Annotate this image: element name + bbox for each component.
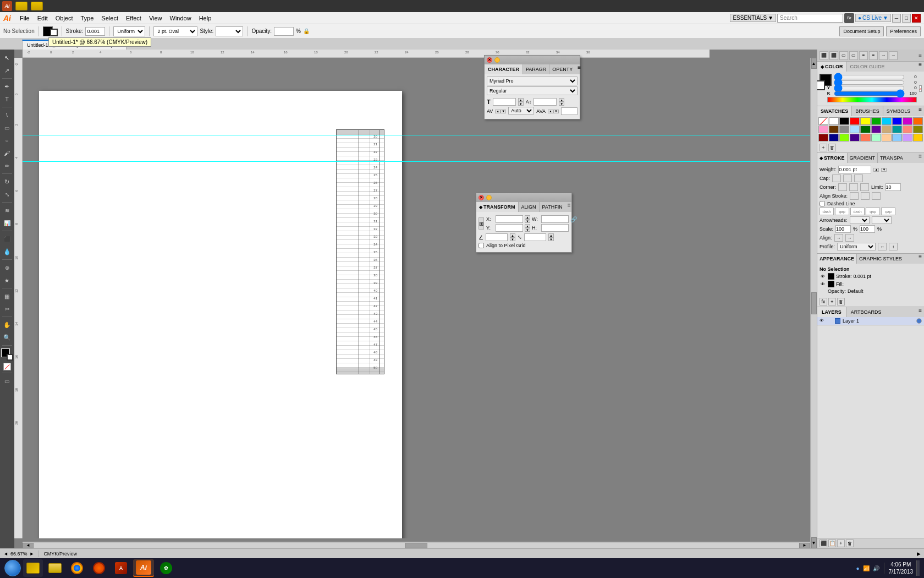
swatch-maroon[interactable] — [818, 134, 828, 141]
align-stroke-btn1[interactable] — [850, 192, 859, 200]
rotate-tool[interactable]: ↻ — [1, 176, 13, 188]
scale2[interactable] — [860, 225, 875, 233]
shear-up[interactable]: ▲ — [548, 233, 554, 237]
swatch-sky[interactable] — [892, 134, 902, 141]
font-size-up[interactable]: ▲ — [518, 98, 524, 102]
kerning-down[interactable]: ▼ — [501, 110, 506, 113]
leading-down[interactable]: ▼ — [559, 102, 564, 106]
swatch-salmon[interactable] — [903, 126, 912, 133]
gradient-tab[interactable]: GRADIENT — [848, 153, 878, 163]
arrowhead-end[interactable] — [872, 216, 892, 224]
direct-select-tool[interactable]: ↗ — [1, 64, 13, 77]
tray-icon3[interactable]: 🔊 — [873, 565, 879, 571]
essentials-dropdown[interactable]: ESSENTIALS ▼ — [730, 14, 776, 22]
panel-btn6[interactable]: ≡ — [869, 51, 878, 60]
transform-close-btn[interactable]: ✕ — [479, 195, 484, 200]
menu-item-edit[interactable]: Edit — [34, 14, 51, 23]
brush-tool[interactable]: 🖌 — [1, 147, 13, 159]
fill-color-swatch[interactable] — [1, 348, 13, 361]
horizontal-scrollbar[interactable]: ◄ ► — [23, 542, 810, 548]
new-swatch-btn[interactable]: + — [820, 144, 827, 151]
opacity-input[interactable]: 100 — [274, 27, 294, 36]
profile-select[interactable]: Uniform — [837, 243, 876, 250]
y-down[interactable]: ▼ — [525, 228, 530, 232]
swatch-navy[interactable] — [829, 134, 839, 141]
transform-titlebar[interactable]: ✕ — [476, 193, 571, 202]
swatch-indigo[interactable] — [850, 134, 860, 141]
corner-btn1[interactable] — [838, 183, 847, 191]
layer-row[interactable]: 👁 Layer 1 — [817, 317, 924, 325]
panel-btn3[interactable]: ▭ — [839, 51, 848, 60]
layer-visible-icon[interactable]: 👁 — [820, 318, 825, 324]
swatch-purple[interactable] — [871, 126, 881, 133]
canvas-document[interactable]: 20 21 22 23 24 25 26 27 28 29 30 31 32 3… — [23, 58, 810, 538]
status-arrow-left[interactable]: ◄ — [3, 551, 8, 557]
x-input[interactable]: 0 in — [496, 215, 523, 223]
angle-down[interactable]: ▼ — [510, 237, 515, 241]
fill-swatch-app[interactable] — [828, 281, 834, 287]
add-effect-btn[interactable]: fx — [820, 298, 827, 306]
swatch-lightblue[interactable] — [850, 126, 860, 133]
layer-target[interactable] — [916, 318, 922, 324]
cap-btn1[interactable] — [832, 175, 841, 182]
cap-btn2[interactable] — [843, 175, 852, 182]
swatch-black[interactable] — [839, 117, 849, 125]
corner-btn3[interactable] — [860, 183, 869, 191]
swatch-brown[interactable] — [829, 126, 839, 133]
char-menu[interactable]: ≡ — [575, 64, 583, 74]
panel-menu-btn[interactable]: ≡ — [919, 52, 922, 58]
swatch-cyan[interactable] — [882, 117, 892, 125]
search-input[interactable] — [777, 14, 843, 23]
profile-btn1[interactable]: ↔ — [878, 243, 887, 250]
font-size-down[interactable]: ▼ — [518, 102, 524, 106]
align-tab[interactable]: ALIGN — [519, 202, 540, 212]
panel-btn4[interactable]: ▭ — [849, 51, 858, 60]
swatch-blue[interactable] — [892, 117, 902, 125]
swatch-coral[interactable] — [860, 134, 870, 141]
shear-input[interactable]: 0° — [524, 233, 546, 241]
style-select[interactable] — [216, 26, 243, 36]
window-maximize[interactable]: □ — [902, 14, 911, 23]
gradient-tool[interactable]: ⬛ — [1, 233, 13, 245]
stroke-panel-menu[interactable]: ≡ — [916, 153, 924, 163]
new-art-btn[interactable]: + — [828, 298, 836, 306]
zoom-tool[interactable]: 🔍 — [1, 331, 13, 343]
swatch-gray[interactable] — [839, 126, 849, 133]
bridge-icon[interactable]: Br — [844, 13, 854, 23]
new-layer-btn[interactable]: 📋 — [828, 539, 836, 547]
taskbar-active-ai[interactable]: Ai — [133, 559, 154, 577]
stroke-box[interactable] — [817, 80, 825, 90]
tracking-up[interactable]: ▲ — [548, 110, 553, 113]
weight-down[interactable]: ▼ — [881, 168, 887, 172]
window-close[interactable]: ✕ — [912, 14, 921, 23]
swatch-lime[interactable] — [839, 134, 849, 141]
symbol-tool[interactable]: ★ — [1, 274, 13, 286]
delete-art-btn[interactable]: 🗑 — [837, 298, 845, 306]
arrowhead-start[interactable] — [850, 216, 870, 224]
window-minimize[interactable]: ─ — [892, 14, 901, 23]
cs-live-btn[interactable]: ● CS Live ▼ — [855, 14, 891, 22]
font-style-select[interactable]: Regular — [487, 86, 578, 95]
pencil-tool[interactable]: ✏ — [1, 160, 13, 172]
corner-btn2[interactable] — [849, 183, 858, 191]
menu-item-help[interactable]: Help — [196, 14, 215, 23]
kerning-up[interactable]: ▲ — [495, 110, 501, 113]
angle-input[interactable]: 0° — [486, 233, 508, 241]
line-tool[interactable]: \ — [1, 109, 13, 121]
leading-input[interactable]: 14.4 pt — [534, 98, 557, 106]
swatches-tab[interactable]: SWATCHES — [817, 106, 852, 116]
delete-layer-btn[interactable]: 🗑 — [846, 539, 854, 547]
shear-down[interactable]: ▼ — [548, 237, 554, 241]
start-button[interactable] — [4, 560, 21, 576]
swatch-none[interactable] — [818, 117, 828, 125]
artboards-tab[interactable]: ARTBOARDS — [846, 307, 886, 317]
swatch-red[interactable] — [850, 117, 860, 125]
swatch-gold[interactable] — [913, 134, 923, 141]
stroke-value-input[interactable] — [85, 27, 105, 36]
folder-icon2[interactable] — [31, 2, 43, 10]
pathfinder-tab[interactable]: PATHFIN — [540, 202, 565, 212]
swatch-pink[interactable] — [818, 126, 828, 133]
uniform-select[interactable]: Uniform — [113, 26, 145, 36]
color-panel-menu[interactable]: ≡ — [916, 62, 924, 72]
menu-item-select[interactable]: Select — [98, 14, 122, 23]
